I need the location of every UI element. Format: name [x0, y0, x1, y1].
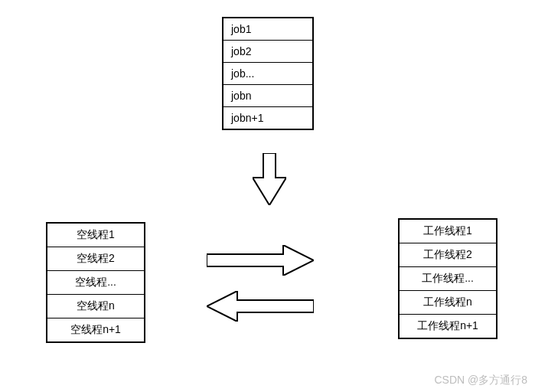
work-thread-cell: 工作线程...	[400, 267, 496, 291]
idle-thread-cell: 空线程...	[47, 271, 144, 295]
idle-thread-cell: 空线程n	[47, 295, 144, 318]
work-thread-pool: 工作线程1 工作线程2 工作线程... 工作线程n 工作线程n+1	[398, 218, 497, 339]
idle-thread-cell: 空线程1	[47, 224, 144, 247]
job-cell: job2	[223, 41, 312, 63]
job-queue: job1 job2 job... jobn jobn+1	[222, 17, 314, 130]
work-thread-cell: 工作线程2	[400, 243, 496, 267]
idle-thread-cell: 空线程n+1	[47, 318, 144, 341]
work-thread-cell: 工作线程n+1	[400, 315, 496, 338]
job-cell: job1	[223, 18, 312, 41]
job-cell: jobn	[223, 85, 312, 107]
work-thread-cell: 工作线程n	[400, 291, 496, 315]
job-cell: jobn+1	[223, 107, 312, 129]
work-thread-cell: 工作线程1	[400, 220, 496, 243]
idle-thread-pool: 空线程1 空线程2 空线程... 空线程n 空线程n+1	[46, 222, 145, 343]
watermark: CSDN @多方通行8	[434, 374, 527, 387]
arrow-left-icon	[207, 291, 314, 322]
idle-thread-cell: 空线程2	[47, 247, 144, 271]
arrow-down-icon	[253, 153, 286, 205]
arrow-right-icon	[207, 245, 314, 276]
job-cell: job...	[223, 63, 312, 85]
